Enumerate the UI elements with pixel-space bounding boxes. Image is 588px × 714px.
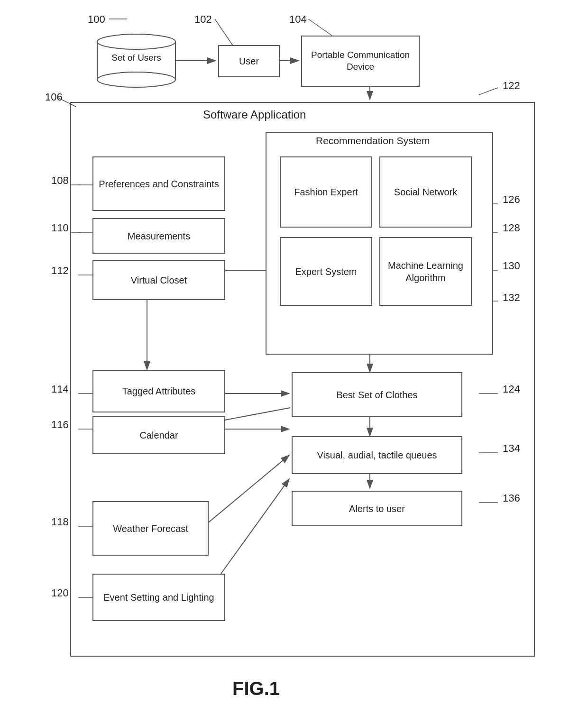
fashion-expert-label: Fashion Expert [294,186,358,198]
visual-audial-label: Visual, audial, tactile queues [317,449,437,461]
best-set-of-clothes-box: Best Set of Clothes [292,372,462,417]
fig-label: FIG.1 [232,678,280,699]
ref-110: 110 [51,222,69,234]
svg-line-30 [308,19,332,36]
ref-116: 116 [51,419,69,431]
ref-118: 118 [51,516,69,528]
social-network-label: Social Network [394,186,457,198]
ref-106: 106 [45,91,63,103]
fashion-expert-box: Fashion Expert [280,156,372,228]
expert-system-label: Expert System [295,265,357,278]
preferences-label: Preferences and Constraints [99,178,219,190]
expert-system-box: Expert System [280,237,372,306]
measurements-box: Measurements [92,218,225,254]
ref-114: 114 [51,383,69,395]
ref-120: 120 [51,587,69,599]
ref-102: 102 [194,13,212,26]
ref-108: 108 [51,174,69,187]
weather-forecast-box: Weather Forecast [92,501,209,556]
best-set-of-clothes-label: Best Set of Clothes [336,389,417,401]
portable-comm-label: Portable Communication Device [302,49,419,73]
alerts-to-user-box: Alerts to user [292,491,462,526]
ref-112: 112 [51,265,69,277]
ref-122: 122 [503,80,520,92]
tagged-attributes-box: Tagged Attributes [92,370,225,412]
measurements-label: Measurements [128,230,190,242]
set-of-users-label: Set of Users [95,46,178,64]
recommendation-system-label: Recommendation System [313,135,432,146]
ref-104: 104 [289,13,307,26]
weather-forecast-label: Weather Forecast [113,522,188,535]
svg-line-32 [479,88,498,95]
virtual-closet-label: Virtual Closet [131,274,187,286]
calendar-label: Calendar [139,429,178,441]
event-setting-box: Event Setting and Lighting [92,574,225,621]
machine-learning-box: Machine Learning Algorithm [379,237,472,306]
machine-learning-label: Machine Learning Algorithm [380,259,471,284]
tagged-attributes-label: Tagged Attributes [122,385,196,397]
set-of-users-cylinder: Set of Users [95,32,178,89]
software-app-label: Software Application [199,108,310,121]
calendar-box: Calendar [92,416,225,454]
portable-comm-box: Portable Communication Device [301,36,420,87]
social-network-box: Social Network [379,156,472,228]
ref-100: 100 [88,13,105,26]
user-box: User [218,45,280,77]
virtual-closet-box: Virtual Closet [92,260,225,300]
user-label: User [239,55,259,67]
svg-point-36 [97,72,175,87]
alerts-to-user-label: Alerts to user [349,503,405,515]
event-setting-label: Event Setting and Lighting [103,591,214,604]
visual-audial-box: Visual, audial, tactile queues [292,436,462,474]
preferences-box: Preferences and Constraints [92,156,225,211]
